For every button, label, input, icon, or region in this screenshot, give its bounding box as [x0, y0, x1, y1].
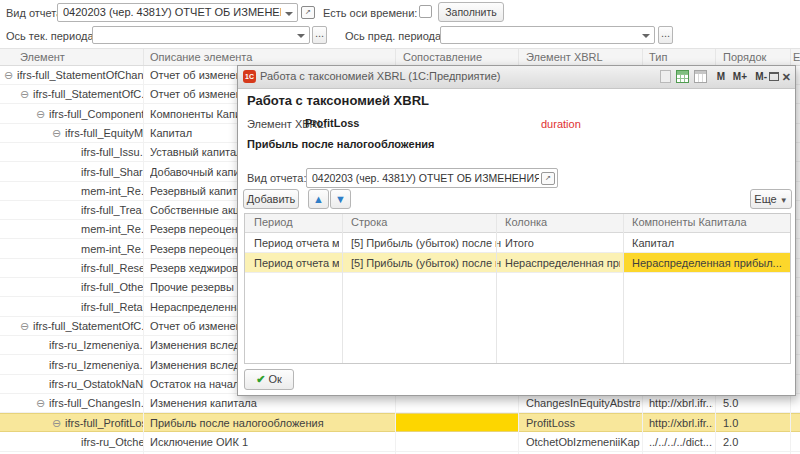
m-minus-button[interactable]: M- — [755, 70, 767, 84]
previous-axis-more-button[interactable]: ... — [658, 26, 673, 44]
element-order: 5.0 — [723, 394, 783, 413]
element-type: http://xbrl.ifr... — [649, 394, 713, 413]
column-divider — [518, 49, 519, 65]
mapping-row[interactable]: Период отчета мин...[5] Прибыль (убыток)… — [245, 253, 790, 273]
col-order[interactable]: Порядок — [723, 51, 766, 63]
element-name: ifrs-full_Issu... — [81, 143, 143, 162]
element-name: mem-int_Re... — [81, 220, 143, 239]
collapse-icon[interactable]: ⊖ — [36, 105, 45, 124]
collapse-icon[interactable]: ⊖ — [20, 317, 29, 336]
column-divider — [395, 49, 396, 65]
time-axes-label: Есть оси времени: — [323, 7, 417, 19]
collapse-icon[interactable]: ⊖ — [36, 394, 45, 413]
column-divider — [642, 49, 643, 65]
close-icon[interactable]: ✕ — [782, 70, 791, 84]
mapping-row[interactable]: Период отчета мин...[5] Прибыль (убыток)… — [245, 233, 790, 253]
app-window: Вид отчета: 0420203 (чер. 4381У) ОТЧЕТ О… — [0, 0, 800, 454]
element-name: ifrs-ru_Otche... — [81, 433, 143, 452]
element-name: mem-int_Re... — [81, 182, 143, 201]
column-divider — [790, 49, 791, 65]
col-type[interactable]: Тип — [649, 51, 667, 63]
col-last[interactable]: Е — [793, 51, 800, 63]
more-button[interactable]: Еще ▼ — [750, 189, 792, 209]
open-report-icon[interactable]: ↗ — [301, 6, 315, 19]
chevron-down-icon[interactable] — [297, 34, 305, 38]
spreadsheet-icon[interactable] — [676, 70, 689, 83]
mapping-column: Итого — [505, 233, 620, 253]
more-button-label: Еще — [754, 193, 776, 205]
col-mapping[interactable]: Сопоставление — [403, 51, 482, 63]
col-description[interactable]: Описание элемента — [150, 51, 252, 63]
collapse-icon[interactable]: ⊖ — [20, 85, 29, 104]
mapping-component: Капитал — [632, 233, 787, 253]
element-name: ifrs-ru_OstatokNaN... — [49, 375, 143, 394]
mapping-period: Период отчета мин... — [254, 233, 339, 253]
dialog-report-type-field[interactable]: 0420203 (чер. 4381У) ОТЧЕТ ОБ ИЗМЕНЕНИЯХ… — [306, 168, 558, 188]
collapse-icon[interactable]: ⊖ — [52, 414, 61, 433]
mapping-row: [5] Прибыль (убыток) после налогоо... — [351, 233, 501, 253]
table-row[interactable]: ifrs-ru_Otche...Исключение ОИК 1OtchetOb… — [0, 433, 800, 452]
mapping-table-header: Период Строка Колонка Компоненты Капитал… — [245, 214, 790, 233]
1c-logo-icon: 1С — [243, 70, 256, 83]
col-capital-components[interactable]: Компоненты Капитала — [632, 216, 747, 228]
element-name: ifrs-ru_Izmeneniya... — [49, 336, 143, 355]
col-row[interactable]: Строка — [351, 216, 387, 228]
move-up-button[interactable]: ▲ — [308, 189, 329, 209]
chevron-down-icon[interactable] — [642, 34, 650, 38]
column-divider — [715, 49, 716, 65]
previous-axis-field[interactable] — [440, 26, 655, 44]
element-description: Исключение ОИК 1 — [150, 433, 393, 452]
table-row[interactable]: ⊖ifrs-full_ChangesIn...Изменения капитал… — [0, 394, 800, 413]
collapse-icon[interactable]: ⊖ — [4, 66, 13, 85]
period-type-badge: duration — [541, 118, 581, 130]
report-type-combobox[interactable]: 0420203 (чер. 4381У) ОТЧЕТ ОБ ИЗМЕНЕНИЯХ… — [57, 3, 298, 22]
element-name: ifrs-full_Trea... — [81, 201, 143, 220]
element-name: ifrs-full_Rese... — [81, 259, 143, 278]
dialog-report-type-label: Вид отчета: — [247, 172, 306, 184]
dialog-titlebar[interactable]: 1С Работа с таксономией XBRL (1С:Предпри… — [238, 66, 795, 89]
mapping-column: Нераспределенная прибыл... — [505, 253, 620, 273]
col-period[interactable]: Период — [254, 216, 293, 228]
time-axes-checkbox[interactable] — [419, 5, 432, 18]
add-button[interactable]: Добавить — [243, 189, 299, 209]
open-report-icon[interactable]: ↗ — [541, 172, 555, 185]
element-type: http://xbrl.ifr... — [649, 414, 713, 433]
table-header: Элемент Описание элемента Сопоставление … — [0, 48, 800, 66]
collapse-icon[interactable]: ⊖ — [52, 124, 61, 143]
mapping-component: Нераспределенная прибыл... — [632, 253, 787, 273]
table-row[interactable]: ⊖ifrs-full_ProfitLossПрибыль после налог… — [0, 413, 800, 432]
ok-button-label: Ок — [268, 373, 281, 385]
move-down-button[interactable]: ▼ — [330, 189, 351, 209]
ok-button[interactable]: ✔ Ок — [244, 369, 294, 390]
document-icon[interactable] — [660, 70, 671, 83]
col-column[interactable]: Колонка — [505, 216, 547, 228]
selected-mapping-cell[interactable] — [395, 414, 518, 431]
element-name: ifrs-full_EquityM... — [65, 124, 143, 143]
previous-axis-label: Ось пред. периода: — [345, 30, 444, 42]
element-xbrl-value: ProfitLoss — [305, 117, 359, 129]
element-description: Изменения капитала — [150, 394, 393, 413]
xbrl-element: ChangesInEquityAbstract — [526, 394, 640, 413]
element-name: ifrs-full_ChangesIn... — [49, 394, 143, 413]
col-element[interactable]: Элемент — [20, 51, 65, 63]
current-axis-more-button[interactable]: ... — [312, 26, 327, 44]
report-type-value: 0420203 (чер. 4381У) ОТЧЕТ ОБ ИЗМЕНЕНИЯХ… — [63, 6, 281, 18]
col-xbrl-element[interactable]: Элемент XBRL — [526, 51, 603, 63]
m-plus-button[interactable]: M+ — [733, 70, 747, 84]
mapping-row: [5] Прибыль (убыток) после налогоо... — [351, 253, 501, 273]
column-divider — [623, 214, 624, 363]
element-order: 2.0 — [723, 433, 783, 452]
mapping-table: Период Строка Колонка Компоненты Капитал… — [244, 213, 791, 364]
dialog-heading: Работа с таксономией XBRL — [247, 93, 429, 108]
calendar-icon[interactable] — [694, 70, 707, 83]
column-divider — [496, 214, 497, 363]
xbrl-element: ProfitLoss — [526, 414, 640, 433]
current-axis-field[interactable] — [92, 26, 310, 44]
m-button[interactable]: M — [717, 70, 725, 84]
mapping-period: Период отчета мин... — [254, 253, 339, 273]
maximize-icon[interactable] — [769, 72, 779, 81]
xbrl-element: OtchetObIzmeneniiKapit... — [526, 433, 640, 452]
element-name: ifrs-full_Retai... — [81, 298, 143, 317]
chevron-down-icon[interactable] — [285, 12, 293, 16]
fill-accounts-button[interactable]: Заполнить счета — [438, 2, 504, 22]
